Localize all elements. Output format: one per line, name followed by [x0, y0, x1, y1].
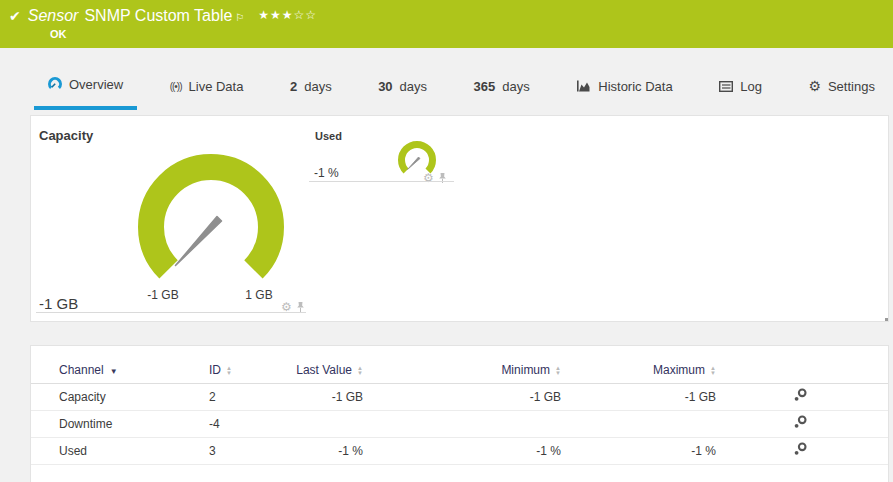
stars-filled: ★★★: [258, 8, 293, 22]
table-row-used: Used 3 -1 % -1 % -1 %: [31, 437, 888, 464]
sort-both-icon: ▲▼: [555, 366, 561, 376]
gauge-actions-used: ⚙: [423, 172, 447, 184]
tab-label: days: [400, 79, 427, 94]
tab-label: Overview: [69, 77, 123, 92]
sensor-title-row: ✔ Sensor SNMP Custom Table ⚐ ★★★☆☆: [9, 7, 883, 25]
pushpin-icon[interactable]: [438, 172, 447, 184]
cell-last-value: -1 GB: [271, 383, 363, 410]
stars-empty: ☆☆: [294, 8, 318, 22]
area-chart-icon: [576, 80, 591, 92]
gauge-baseline: [309, 181, 454, 182]
cell-last-value: -1 %: [271, 437, 363, 464]
priority-star-rating[interactable]: ★★★☆☆: [258, 8, 317, 22]
sort-both-icon: ▲▼: [226, 366, 232, 376]
status-badge: OK: [50, 28, 883, 40]
page-title: SNMP Custom Table: [84, 7, 232, 25]
gear-icon: ⚙: [808, 78, 821, 94]
tab-365-days[interactable]: 365 days: [460, 70, 544, 110]
cell-minimum: [363, 410, 561, 437]
tab-label: Settings: [828, 79, 875, 94]
tab-overview[interactable]: Overview: [34, 70, 137, 110]
gauge-value-capacity: -1 GB: [39, 295, 78, 312]
gauge-title-capacity: Capacity: [39, 128, 93, 143]
tab-30-days[interactable]: 30 days: [364, 70, 441, 110]
sort-desc-icon: ▼: [110, 367, 118, 376]
tab-label: Historic Data: [598, 79, 672, 94]
channel-table-panel: Channel▼ ID▲▼ Last Value▲▼ Minimum▲▼ Max…: [30, 345, 889, 482]
sort-both-icon: ▲▼: [357, 366, 363, 376]
prtg-sensor-page: { "colors": { "status_ok_green": "#aec51…: [0, 0, 893, 482]
tab-bar: Overview ((•)) Live Data 2 days 30 days …: [0, 48, 893, 110]
tab-label: days: [304, 79, 331, 94]
tab-number: 30: [378, 79, 392, 94]
cell-minimum: -1 GB: [363, 383, 561, 410]
column-header-actions: [716, 358, 888, 383]
cell-id: 3: [209, 437, 271, 464]
column-header-last-value[interactable]: Last Value▲▼: [271, 358, 363, 383]
table-header-row: Channel▼ ID▲▼ Last Value▲▼ Minimum▲▼ Max…: [31, 358, 888, 383]
tab-label: Live Data: [189, 79, 244, 94]
column-header-maximum[interactable]: Maximum▲▼: [561, 358, 716, 383]
gauge-title-used: Used: [315, 130, 342, 142]
cell-id: 2: [209, 383, 271, 410]
edit-channel-gears-icon[interactable]: [792, 441, 808, 457]
sensor-status-header: ✔ Sensor SNMP Custom Table ⚐ ★★★☆☆ OK: [0, 0, 893, 48]
gauge-min-label: -1 GB: [147, 288, 178, 302]
gauge-needle: [176, 217, 222, 266]
cell-last-value: [271, 410, 363, 437]
tab-live-data[interactable]: ((•)) Live Data: [156, 70, 258, 110]
tab-historic-data[interactable]: Historic Data: [562, 70, 686, 110]
gauge-needle: [408, 157, 421, 170]
edit-channel-gears-icon[interactable]: [792, 387, 808, 403]
tab-log[interactable]: Log: [705, 70, 776, 110]
table-row-capacity: Capacity 2 -1 GB -1 GB -1 GB: [31, 383, 888, 410]
column-header-id[interactable]: ID▲▼: [209, 358, 271, 383]
cell-maximum: [561, 410, 716, 437]
capacity-gauge: [131, 147, 291, 307]
cell-channel: Used: [31, 437, 209, 464]
gear-icon[interactable]: ⚙: [423, 172, 434, 184]
table-row-downtime: Downtime -4: [31, 410, 888, 437]
cell-channel: Downtime: [31, 410, 209, 437]
gauge-icon: [48, 77, 62, 91]
tab-settings[interactable]: ⚙ Settings: [794, 70, 889, 110]
tab-label: days: [502, 79, 529, 94]
cell-channel: Capacity: [31, 383, 209, 410]
column-header-channel[interactable]: Channel▼: [31, 358, 209, 383]
cell-maximum: -1 GB: [561, 383, 716, 410]
tab-number: 2: [290, 79, 297, 94]
check-icon: ✔: [9, 8, 21, 24]
log-list-icon: [719, 81, 733, 92]
panel-resize-handle[interactable]: [885, 318, 888, 321]
gauges-panel: Capacity -1 GB 1 GB -1 GB ⚙ Used -1 % ⚙: [30, 115, 889, 322]
cell-id: -4: [209, 410, 271, 437]
column-header-minimum[interactable]: Minimum▲▼: [363, 358, 561, 383]
channel-table: Channel▼ ID▲▼ Last Value▲▼ Minimum▲▼ Max…: [31, 358, 888, 465]
sort-both-icon: ▲▼: [710, 366, 716, 376]
tab-number: 365: [474, 79, 496, 94]
cell-maximum: -1 %: [561, 437, 716, 464]
sensor-type-label: Sensor: [28, 7, 79, 25]
gauge-value-used: -1 %: [314, 166, 339, 180]
tab-2-days[interactable]: 2 days: [276, 70, 346, 110]
flag-icon[interactable]: ⚐: [235, 12, 244, 23]
cell-minimum: -1 %: [363, 437, 561, 464]
gauge-max-label: 1 GB: [245, 288, 272, 302]
edit-channel-gears-icon[interactable]: [792, 414, 808, 430]
broadcast-icon: ((•)): [170, 81, 182, 92]
tab-label: Log: [740, 79, 762, 94]
gauge-baseline: [36, 312, 306, 313]
